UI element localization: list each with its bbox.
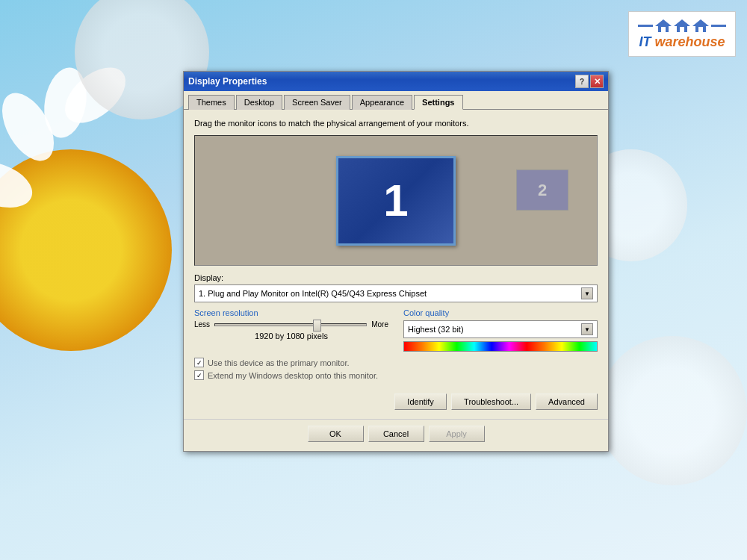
logo-warehouse: warehouse	[651, 34, 725, 49]
house-icon-2	[674, 18, 690, 33]
logo-text: IT warehouse	[639, 34, 725, 50]
tab-themes[interactable]: Themes	[188, 95, 235, 110]
tabs-container: Themes Desktop Screen Saver Appearance S…	[184, 91, 608, 110]
close-button[interactable]: ✕	[590, 75, 604, 88]
primary-monitor-checkbox[interactable]: ✓	[194, 358, 204, 367]
house-icon-3	[692, 18, 709, 33]
display-section: Display: 1. Plug and Play Monitor on Int…	[194, 273, 598, 302]
logo-line-left	[638, 25, 653, 27]
checkbox-row-1: ✓ Use this device as the primary monitor…	[194, 358, 598, 367]
monitor-2[interactable]: 2	[516, 169, 568, 211]
settings-content: Drag the monitor icons to match the phys…	[184, 110, 608, 419]
svg-rect-3	[680, 27, 684, 32]
display-value: 1. Plug and Play Monitor on Intel(R) Q45…	[199, 289, 427, 298]
dropdown-arrow-icon: ▼	[581, 287, 593, 299]
apply-button[interactable]: Apply	[429, 426, 485, 442]
color-quality-label: Color quality	[403, 308, 598, 317]
less-label: Less	[194, 320, 210, 329]
extend-desktop-label: Extend my Windows desktop onto this moni…	[208, 371, 378, 380]
display-dropdown[interactable]: 1. Plug and Play Monitor on Intel(R) Q45…	[194, 284, 598, 302]
monitor-preview-area: 1 2	[194, 135, 598, 266]
checkbox-row-2: ✓ Extend my Windows desktop onto this mo…	[194, 370, 598, 380]
tab-desktop[interactable]: Desktop	[236, 95, 282, 110]
advanced-button[interactable]: Advanced	[536, 393, 598, 410]
cancel-button[interactable]: Cancel	[368, 426, 424, 442]
title-bar-buttons: ? ✕	[575, 75, 604, 88]
svg-rect-1	[661, 27, 666, 32]
ok-button[interactable]: OK	[308, 426, 364, 442]
logo-line-right	[711, 25, 726, 27]
resolution-slider[interactable]	[214, 323, 367, 326]
resolution-color-section: Screen resolution Less More 1920 by 1080…	[194, 308, 598, 352]
resolution-value: 1920 by 1080 pixels	[194, 332, 388, 340]
logo-it: IT	[639, 34, 651, 49]
extend-desktop-checkbox[interactable]: ✓	[194, 370, 204, 380]
svg-rect-5	[698, 27, 703, 32]
tab-appearance[interactable]: Appearance	[352, 95, 412, 110]
dialog-title: Display Properties	[188, 76, 267, 87]
screen-resolution-label: Screen resolution	[194, 308, 388, 317]
resolution-section: Screen resolution Less More 1920 by 1080…	[194, 308, 388, 352]
help-button[interactable]: ?	[575, 75, 589, 88]
identify-button[interactable]: Identify	[394, 393, 447, 410]
color-quality-value: Highest (32 bit)	[408, 325, 464, 334]
tab-screensaver[interactable]: Screen Saver	[284, 95, 350, 110]
instruction-text: Drag the monitor icons to match the phys…	[194, 119, 598, 128]
color-quality-dropdown[interactable]: Highest (32 bit) ▼	[403, 320, 598, 338]
display-label: Display:	[194, 273, 598, 282]
display-properties-dialog: Display Properties ? ✕ Themes Desktop Sc…	[183, 71, 609, 452]
logo-box: IT warehouse	[628, 11, 736, 57]
logo-icons	[638, 18, 726, 33]
house-icon-1	[655, 18, 672, 33]
troubleshoot-button[interactable]: Troubleshoot...	[451, 393, 531, 410]
flower-bottom-right	[598, 336, 747, 485]
color-dropdown-arrow-icon: ▼	[581, 323, 593, 335]
slider-thumb	[313, 320, 321, 332]
monitor-1-label: 1	[383, 175, 408, 226]
tab-settings[interactable]: Settings	[414, 95, 462, 110]
title-bar: Display Properties ? ✕	[184, 72, 608, 91]
color-bar	[403, 341, 598, 352]
primary-monitor-label: Use this device as the primary monitor.	[208, 358, 350, 367]
monitor-1[interactable]: 1	[336, 156, 456, 246]
more-label: More	[371, 320, 388, 329]
action-buttons-row: Identify Troubleshoot... Advanced	[194, 388, 598, 410]
color-quality-section: Color quality Highest (32 bit) ▼	[403, 308, 598, 352]
slider-row: Less More	[194, 320, 388, 329]
ok-cancel-row: OK Cancel Apply	[184, 419, 608, 451]
monitor-2-label: 2	[538, 181, 547, 200]
